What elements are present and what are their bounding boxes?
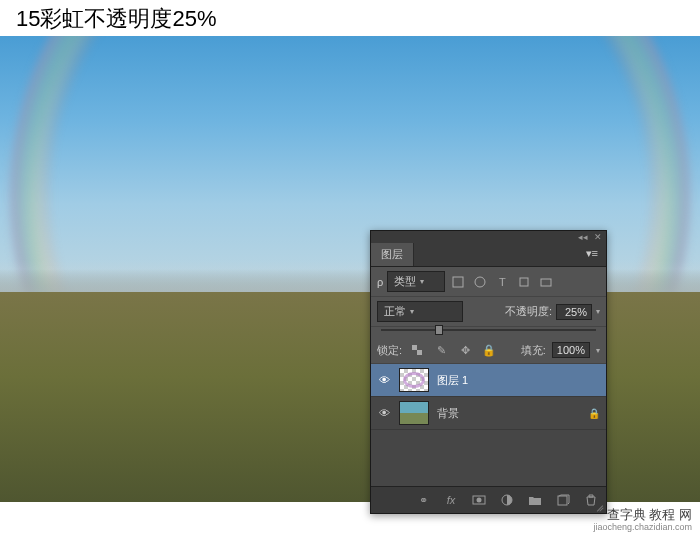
fill-label: 填充: [521, 343, 546, 358]
chevron-down-icon[interactable]: ▾ [596, 346, 600, 355]
layer-name[interactable]: 背景 [437, 406, 580, 421]
layer-mask-icon[interactable] [470, 491, 488, 509]
opacity-slider[interactable] [381, 329, 596, 331]
svg-rect-3 [541, 279, 551, 286]
link-layers-icon[interactable]: ⚭ [414, 491, 432, 509]
filter-type-label: 类型 [394, 274, 416, 289]
lock-label: 锁定: [377, 343, 402, 358]
search-icon[interactable]: ρ [377, 276, 383, 288]
collapse-icon[interactable]: ◂◂ [578, 232, 588, 242]
layers-panel: ◂◂ ✕ 图层 ▾≡ ρ 类型 ▾ T 正常 ▾ 不透明度: 25% ▾ 锁 [370, 230, 607, 514]
svg-point-7 [477, 498, 482, 503]
layer-group-icon[interactable] [526, 491, 544, 509]
resize-handle[interactable] [594, 501, 604, 511]
opacity-label: 不透明度: [505, 304, 552, 319]
opacity-slider-row [371, 327, 606, 337]
filter-shape-icon[interactable] [515, 273, 533, 291]
layer-row[interactable]: 👁 背景 🔒 [371, 397, 606, 430]
filter-pixel-icon[interactable] [449, 273, 467, 291]
blend-opacity-row: 正常 ▾ 不透明度: 25% ▾ [371, 297, 606, 327]
layer-thumbnail[interactable] [399, 368, 429, 392]
opacity-value[interactable]: 25% [556, 304, 592, 320]
chevron-down-icon[interactable]: ▾ [596, 307, 600, 316]
filter-type-icon[interactable]: T [493, 273, 511, 291]
layer-filter-row: ρ 类型 ▾ T [371, 267, 606, 297]
visibility-icon[interactable]: 👁 [377, 407, 391, 419]
step-caption: 15彩虹不透明度25% [16, 4, 217, 34]
watermark-sub: jiaocheng.chazidian.com [593, 522, 692, 533]
blend-mode-value: 正常 [384, 304, 406, 319]
close-icon[interactable]: ✕ [594, 232, 602, 242]
watermark-main: 查字典 教程 网 [593, 507, 692, 523]
layers-empty-area [371, 430, 606, 486]
layer-thumbnail[interactable] [399, 401, 429, 425]
layer-fx-icon[interactable]: fx [442, 491, 460, 509]
panel-chrome: ◂◂ ✕ [371, 231, 606, 243]
filter-type-dropdown[interactable]: 类型 ▾ [387, 271, 445, 292]
watermark: 查字典 教程 网 jiaocheng.chazidian.com [593, 507, 692, 533]
lock-pixels-icon[interactable]: ✎ [432, 341, 450, 359]
filter-adjust-icon[interactable] [471, 273, 489, 291]
panel-footer: ⚭ fx [371, 486, 606, 513]
svg-rect-9 [558, 496, 567, 505]
slider-thumb[interactable] [435, 325, 443, 335]
blend-mode-dropdown[interactable]: 正常 ▾ [377, 301, 463, 322]
lock-all-icon[interactable]: 🔒 [480, 341, 498, 359]
svg-point-1 [475, 277, 485, 287]
lock-icon: 🔒 [588, 408, 600, 419]
lock-position-icon[interactable]: ✥ [456, 341, 474, 359]
panel-menu-icon[interactable]: ▾≡ [578, 243, 606, 266]
panel-tabs: 图层 ▾≡ [371, 243, 606, 267]
new-layer-icon[interactable] [554, 491, 572, 509]
visibility-icon[interactable]: 👁 [377, 374, 391, 386]
layers-list: 👁 图层 1 👁 背景 🔒 [371, 364, 606, 486]
svg-rect-4 [412, 345, 417, 350]
fill-value[interactable]: 100% [552, 342, 590, 358]
svg-rect-0 [453, 277, 463, 287]
chevron-down-icon: ▾ [420, 277, 424, 286]
layer-name[interactable]: 图层 1 [437, 373, 600, 388]
svg-rect-5 [417, 350, 422, 355]
svg-rect-2 [520, 278, 528, 286]
lock-transparency-icon[interactable] [408, 341, 426, 359]
filter-smart-icon[interactable] [537, 273, 555, 291]
adjustment-layer-icon[interactable] [498, 491, 516, 509]
layer-row[interactable]: 👁 图层 1 [371, 364, 606, 397]
lock-fill-row: 锁定: ✎ ✥ 🔒 填充: 100% ▾ [371, 337, 606, 364]
tab-layers[interactable]: 图层 [371, 243, 414, 266]
chevron-down-icon: ▾ [410, 307, 414, 316]
